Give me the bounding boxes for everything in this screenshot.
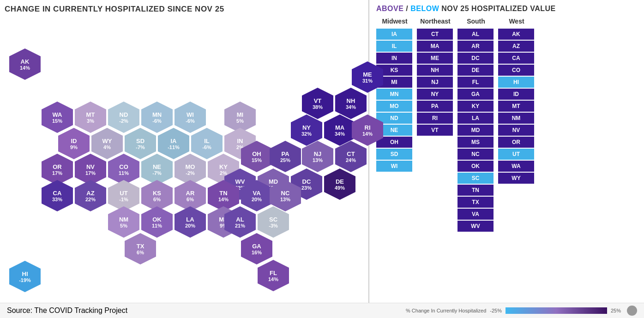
state-box-nv[interactable]: NV: [498, 125, 534, 136]
legend-gradient: [506, 307, 607, 314]
state-box-ms[interactable]: MS: [457, 137, 494, 148]
region-header-midwest: Midwest: [376, 18, 413, 25]
state-box-co[interactable]: CO: [498, 65, 534, 76]
state-box-md[interactable]: MD: [457, 125, 494, 136]
state-box-ky[interactable]: KY: [457, 101, 494, 112]
legend-label: % Change In Currently Hospitalized: [406, 308, 486, 313]
above-label: ABOVE: [376, 5, 403, 12]
hex-il[interactable]: IL-6%: [191, 128, 223, 159]
state-box-or[interactable]: OR: [498, 137, 534, 148]
state-box-wv[interactable]: WV: [457, 221, 494, 232]
state-box-al[interactable]: AL: [457, 29, 494, 40]
legend: % Change In Currently Hospitalized -25% …: [406, 306, 637, 316]
hex-de[interactable]: DE49%: [324, 168, 355, 200]
state-box-mt[interactable]: MT: [498, 101, 534, 112]
state-box-de[interactable]: DE: [457, 65, 494, 76]
hex-nh[interactable]: NH34%: [335, 88, 367, 119]
state-box-la[interactable]: LA: [457, 113, 494, 124]
hex-tx[interactable]: TX6%: [125, 233, 156, 264]
hex-ca[interactable]: CA33%: [42, 180, 73, 211]
state-box-pa[interactable]: PA: [417, 101, 453, 112]
state-box-fl[interactable]: FL: [457, 77, 494, 88]
state-box-ia[interactable]: IA: [376, 29, 412, 40]
state-box-hi[interactable]: HI: [498, 77, 534, 88]
hex-mt[interactable]: MT3%: [75, 102, 106, 133]
hex-ia[interactable]: IA-11%: [158, 128, 189, 159]
hex-id[interactable]: ID9%: [58, 128, 90, 159]
hex-sd[interactable]: SD-7%: [125, 128, 156, 159]
hex-az[interactable]: AZ22%: [75, 180, 106, 211]
state-box-wy[interactable]: WY: [498, 173, 534, 184]
state-box-va[interactable]: VA: [457, 209, 494, 220]
state-box-vt[interactable]: VT: [417, 125, 453, 136]
state-box-il[interactable]: IL: [376, 41, 412, 52]
state-box-ct[interactable]: CT: [417, 29, 453, 40]
right-title-suffix: NOV 25 HOSPITALIZED VALUE: [441, 5, 556, 12]
hex-hi[interactable]: HI-19%: [9, 261, 41, 292]
region-header-northeast: Northeast: [417, 18, 454, 25]
left-title: CHANGE IN CURRENTLY HOSPITALIZED SINCE N…: [5, 5, 364, 14]
right-panel: ABOVE / BELOW NOV 25 HOSPITALIZED VALUE …: [369, 0, 644, 303]
region-col-south: SouthALARDCDEFLGAKYLAMDMSNCOKSCTNTXVAWV: [457, 18, 494, 233]
state-box-ok[interactable]: OK: [457, 161, 494, 172]
legend-low: -25%: [490, 308, 502, 313]
state-box-in[interactable]: IN: [376, 53, 412, 64]
state-box-tn[interactable]: TN: [457, 185, 494, 196]
state-box-mo[interactable]: MO: [376, 101, 412, 112]
region-header-west: West: [498, 18, 535, 25]
hex-nm[interactable]: NM5%: [108, 206, 139, 238]
hex-ak[interactable]: AK14%: [9, 48, 41, 80]
state-box-nc[interactable]: NC: [457, 149, 494, 160]
state-box-tx[interactable]: TX: [457, 197, 494, 208]
hex-vt[interactable]: VT38%: [302, 88, 333, 119]
state-box-nh[interactable]: NH: [417, 65, 453, 76]
hex-ok[interactable]: OK11%: [141, 206, 173, 238]
hex-mn[interactable]: MN-6%: [141, 102, 173, 133]
hex-wi[interactable]: WI-6%: [175, 102, 206, 133]
separator: /: [406, 5, 410, 12]
region-col-northeast: NortheastCTMAMENHNJNYPARIVT: [417, 18, 454, 233]
regions-container: MidwestIAILINKSMIMNMONDNEOHSDWINortheast…: [376, 18, 637, 233]
hex-map: AK14%WA15%MT3%ND-2%MN-6%WI-6%MI5%ID9%WY4…: [5, 16, 365, 279]
hex-ga[interactable]: GA16%: [241, 233, 272, 264]
source-text: Source: The COVID Tracking Project: [7, 306, 127, 315]
state-box-nj[interactable]: NJ: [417, 77, 453, 88]
bottom-bar: Source: The COVID Tracking Project % Cha…: [0, 303, 644, 318]
state-box-az[interactable]: AZ: [498, 41, 534, 52]
state-box-dc[interactable]: DC: [457, 53, 494, 64]
state-box-ak[interactable]: AK: [498, 29, 534, 40]
state-box-wi[interactable]: WI: [376, 161, 412, 172]
region-header-south: South: [457, 18, 494, 25]
state-box-id[interactable]: ID: [498, 89, 534, 100]
left-panel: CHANGE IN CURRENTLY HOSPITALIZED SINCE N…: [0, 0, 369, 303]
legend-high: 25%: [611, 308, 621, 313]
hex-la[interactable]: LA20%: [175, 206, 206, 238]
state-box-ny[interactable]: NY: [417, 89, 453, 100]
legend-circle: [627, 306, 637, 316]
hex-sc[interactable]: SC-3%: [258, 206, 289, 238]
state-box-wa[interactable]: WA: [498, 161, 534, 172]
state-box-ri[interactable]: RI: [417, 113, 453, 124]
state-box-ma[interactable]: MA: [417, 41, 453, 52]
below-label: BELOW: [410, 5, 439, 12]
hex-wy[interactable]: WY4%: [91, 128, 123, 159]
hex-wa[interactable]: WA15%: [42, 102, 73, 133]
page-container: CHANGE IN CURRENTLY HOSPITALIZED SINCE N…: [0, 0, 644, 318]
state-box-nm[interactable]: NM: [498, 113, 534, 124]
state-box-sd[interactable]: SD: [376, 149, 412, 160]
hex-pa[interactable]: PA25%: [270, 141, 301, 172]
hex-fl[interactable]: FL14%: [258, 260, 289, 291]
state-box-sc[interactable]: SC: [457, 173, 494, 184]
state-box-ar[interactable]: AR: [457, 41, 494, 52]
main-area: CHANGE IN CURRENTLY HOSPITALIZED SINCE N…: [0, 0, 644, 303]
state-box-ga[interactable]: GA: [457, 89, 494, 100]
right-title: ABOVE / BELOW NOV 25 HOSPITALIZED VALUE: [376, 5, 637, 13]
state-box-me[interactable]: ME: [417, 53, 453, 64]
region-col-west: WestAKAZCACOHIIDMTNMNVORUTWAWY: [498, 18, 535, 233]
state-box-mn[interactable]: MN: [376, 89, 412, 100]
state-box-ca[interactable]: CA: [498, 53, 534, 64]
state-box-ut[interactable]: UT: [498, 149, 534, 160]
hex-nd[interactable]: ND-2%: [108, 102, 139, 133]
